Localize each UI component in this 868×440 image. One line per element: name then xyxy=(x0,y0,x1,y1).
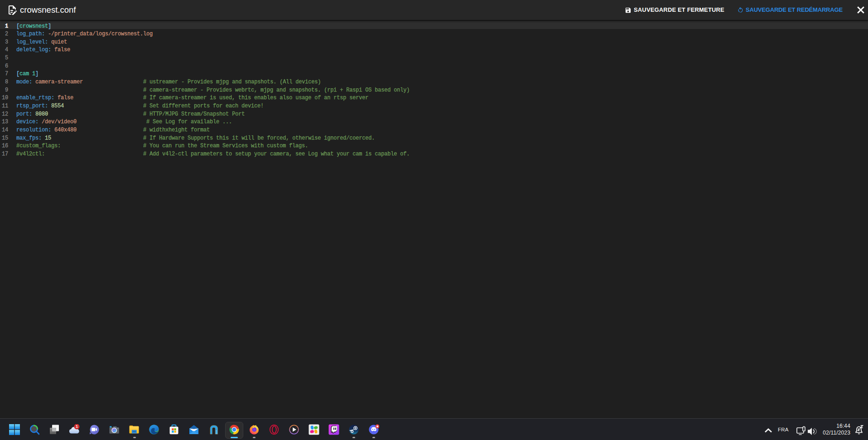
svg-text:1: 1 xyxy=(76,424,78,429)
